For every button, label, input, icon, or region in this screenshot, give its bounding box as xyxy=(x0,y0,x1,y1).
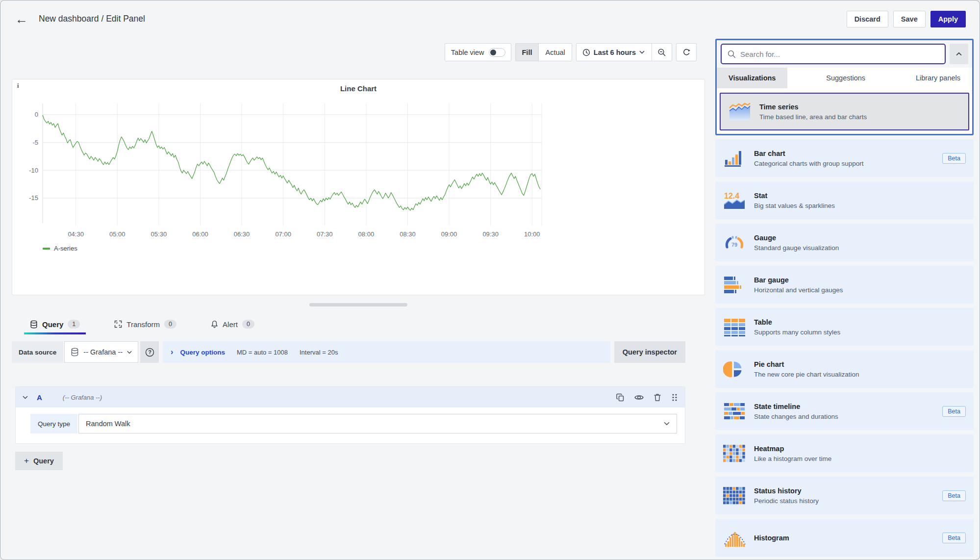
discard-button[interactable]: Discard xyxy=(847,11,888,27)
save-button[interactable]: Save xyxy=(893,11,926,27)
chart-panel[interactable]: i Line Chart 04:3005:0005:3006:0006:3007… xyxy=(12,79,705,295)
query-type-select[interactable]: Random Walk xyxy=(78,414,677,433)
viz-item-state-timeline[interactable]: State timeline State changes and duratio… xyxy=(715,392,974,430)
query-options-bar[interactable]: › Query options MD = auto = 1008 Interva… xyxy=(163,341,610,363)
collapse-options-button[interactable] xyxy=(950,44,968,64)
viz-item-title: Pie chart xyxy=(754,360,859,368)
drag-handle-icon[interactable] xyxy=(671,393,678,402)
svg-text:0: 0 xyxy=(35,111,38,118)
hide-query-icon[interactable] xyxy=(634,394,644,401)
query-options-label: Query options xyxy=(180,349,225,356)
viz-item-description: Time based line, area and bar charts xyxy=(759,113,867,121)
query-inspector-button[interactable]: Query inspector xyxy=(614,341,685,363)
add-query-label: Query xyxy=(33,457,54,465)
tab-visualizations[interactable]: Visualizations xyxy=(717,68,787,88)
query-row-card: A (-- Grafana --) Query type Random Walk xyxy=(15,386,685,444)
fill-actual-group: Fill Actual xyxy=(515,43,572,61)
viz-item-status-history[interactable]: Status history Periodic status history B… xyxy=(715,477,974,514)
viz-item-histogram[interactable]: Histogram Beta xyxy=(715,519,974,557)
viz-item-description: Big stat values & sparklines xyxy=(754,202,835,209)
tab-suggestions[interactable]: Suggestions xyxy=(814,68,877,88)
viz-item-heatmap[interactable]: Heatmap Like a histogram over time xyxy=(715,434,974,472)
tab-query[interactable]: Query 1 xyxy=(24,314,86,334)
query-type-value: Random Walk xyxy=(86,420,130,428)
duplicate-query-icon[interactable] xyxy=(616,393,625,402)
tab-query-count: 1 xyxy=(68,320,80,329)
viz-item-title: Time series xyxy=(759,103,867,111)
viz-item-table[interactable]: Table Supports many column styles xyxy=(715,308,974,346)
time-picker-group: Last 6 hours xyxy=(576,43,672,61)
panel-info-icon[interactable]: i xyxy=(17,82,19,90)
viz-item-title: Bar gauge xyxy=(754,276,843,284)
refresh-button[interactable] xyxy=(677,44,696,61)
viz-item-title: Stat xyxy=(754,192,835,200)
beta-badge: Beta xyxy=(942,406,966,417)
delete-query-icon[interactable] xyxy=(653,393,661,402)
line-chart-svg: 04:3005:0005:3006:0006:3007:0007:3008:00… xyxy=(21,95,553,242)
chevron-up-icon xyxy=(956,52,962,56)
max-data-points-text: MD = auto = 1008 xyxy=(237,349,288,356)
table-view-toggle[interactable] xyxy=(489,48,505,57)
svg-text:08:30: 08:30 xyxy=(400,230,416,238)
query-row-header[interactable]: A (-- Grafana --) xyxy=(16,387,685,407)
viz-search-row xyxy=(717,40,972,68)
viz-item-stat[interactable]: 12.4 Stat Big stat values & sparklines xyxy=(715,181,974,219)
time-range-button[interactable]: Last 6 hours xyxy=(577,44,652,61)
svg-text:10:00: 10:00 xyxy=(524,230,540,238)
viz-item-title: State timeline xyxy=(754,403,838,410)
chart-legend[interactable]: A-series xyxy=(43,245,704,252)
apply-button[interactable]: Apply xyxy=(930,11,966,27)
add-query-button[interactable]: + Query xyxy=(15,452,63,470)
svg-text:12.4: 12.4 xyxy=(724,192,739,200)
viz-item-bar-chart[interactable]: Bar chart Categorical charts with group … xyxy=(715,139,974,177)
query-ref-id: A xyxy=(37,393,42,402)
viz-item-bar-gauge[interactable]: Bar gauge Horizontal and vertical gauges xyxy=(715,266,974,304)
header: ← New dashboard / Edit Panel Discard Sav… xyxy=(0,0,980,37)
plus-icon: + xyxy=(24,456,29,466)
viz-search-input[interactable] xyxy=(740,50,939,58)
viz-item-description: Supports many column styles xyxy=(754,329,840,336)
interval-text: Interval = 20s xyxy=(300,349,338,356)
svg-text:09:00: 09:00 xyxy=(441,230,457,238)
panel-resize-handle[interactable] xyxy=(309,303,407,306)
viz-picker-tabs: Visualizations Suggestions Library panel… xyxy=(717,68,972,88)
beta-badge: Beta xyxy=(942,490,966,501)
tab-alert-count: 0 xyxy=(242,320,254,329)
viz-item-pie-chart[interactable]: Pie chart The new core pie chart visuali… xyxy=(715,350,974,388)
svg-text:06:30: 06:30 xyxy=(234,230,250,238)
datasource-picker[interactable]: -- Grafana -- xyxy=(64,341,138,363)
beta-badge: Beta xyxy=(942,533,966,543)
edit-panel-main: Table view Fill Actual Last 6 hours xyxy=(0,37,705,470)
gauge-icon: 79 xyxy=(723,233,746,253)
svg-text:07:30: 07:30 xyxy=(317,230,333,238)
back-arrow-icon[interactable]: ← xyxy=(15,13,28,25)
transform-icon xyxy=(114,320,122,328)
table-view-label: Table view xyxy=(445,49,489,56)
clock-icon xyxy=(582,49,590,56)
grafana-edit-panel-window: ← New dashboard / Edit Panel Discard Sav… xyxy=(0,0,980,560)
actual-option[interactable]: Actual xyxy=(539,44,571,61)
chevron-down-icon xyxy=(639,51,645,54)
editor-tabs: Query 1 Transform 0 Alert 0 xyxy=(12,314,705,334)
chevron-down-icon[interactable] xyxy=(23,396,28,399)
svg-text:08:00: 08:00 xyxy=(358,230,375,238)
query-row-actions xyxy=(616,393,678,402)
viz-item-time-series[interactable]: Time series Time based line, area and ba… xyxy=(720,93,969,130)
zoom-out-icon xyxy=(657,48,666,57)
tab-library-panels[interactable]: Library panels xyxy=(904,68,972,88)
tab-alert[interactable]: Alert 0 xyxy=(205,314,260,334)
fill-option[interactable]: Fill xyxy=(516,44,539,61)
tab-transform[interactable]: Transform 0 xyxy=(108,314,182,334)
viz-item-title: Histogram xyxy=(754,534,789,542)
svg-text:79: 79 xyxy=(731,242,737,248)
refresh-icon xyxy=(682,48,691,56)
datasource-help-button[interactable]: ? xyxy=(140,341,159,363)
viz-item-title: Bar chart xyxy=(754,150,864,157)
datasource-row: Data source -- Grafana -- ? › Query opti… xyxy=(12,341,685,363)
zoom-out-button[interactable] xyxy=(652,44,672,61)
viz-list: Bar chart Categorical charts with group … xyxy=(715,139,974,557)
tab-query-label: Query xyxy=(42,320,63,329)
panel-title: Line Chart xyxy=(12,79,704,93)
viz-item-gauge[interactable]: 79 Gauge Standard gauge visualization xyxy=(715,224,974,261)
viz-item-description: State changes and durations xyxy=(754,413,838,420)
